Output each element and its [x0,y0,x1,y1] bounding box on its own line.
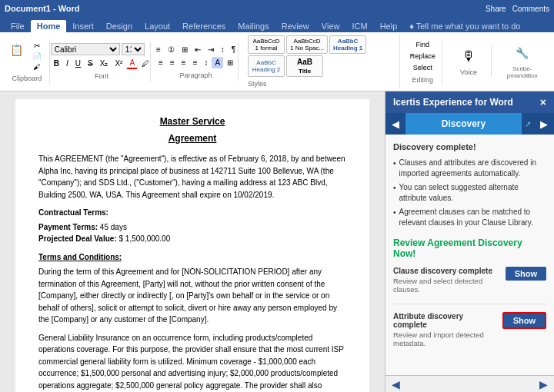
replace-button[interactable]: Replace [407,51,439,61]
panel-header-title: Icertis Experience for Word [393,97,513,108]
font-name-select[interactable]: Calibri [51,43,120,55]
panel-forward-button[interactable]: ▶ [534,118,554,130]
tab-design[interactable]: Design [100,20,138,32]
panel-back-button[interactable]: ◀ [385,118,405,130]
tab-home[interactable]: Home [31,20,67,32]
style-nospace-button[interactable]: AaBbCcD1 No Spac... [286,35,328,54]
tab-view[interactable]: View [315,20,346,32]
align-right-button[interactable]: ≡ [179,57,189,68]
doc-title: Master Service [38,115,346,128]
paragraph-group: ≡ ① ⊞ ⇤ ⇥ ↕ ¶ ≡ ≡ ≡ ≡ ↕ A ⊞ Paragraph [154,42,239,81]
clause-desc: Review and select detected clauses. [393,277,502,294]
align-center-button[interactable]: ≡ [167,57,178,68]
bullet-text-3: Agreement clauses can be matched to rele… [399,207,546,228]
strikethrough-button[interactable]: S [85,57,96,69]
increase-indent-button[interactable]: ⇥ [205,44,217,55]
tab-file[interactable]: File [5,20,31,32]
scribe-icon[interactable]: 🔧 [513,44,532,62]
multilevel-button[interactable]: ⊞ [179,44,191,55]
decrease-indent-button[interactable]: ⇤ [192,44,204,55]
tab-tell-me[interactable]: ♦ Tell me what you want to do [403,20,526,32]
clause-title: Clause discovery complete [393,267,502,275]
tab-insert[interactable]: Insert [66,20,100,32]
terms-para1: During the term of this Agreement and fo… [38,266,346,326]
cut-icon[interactable]: ✂ [28,41,46,50]
bullet-dot-3: • [393,208,396,228]
share-button[interactable]: Share [486,5,506,13]
bullets-button[interactable]: ≡ [153,44,164,55]
payment-value: 45 days [100,223,127,231]
tab-review[interactable]: Review [275,20,315,32]
tab-layout[interactable]: Layout [138,20,176,32]
tab-mailings[interactable]: Mailings [232,20,275,32]
paragraph-label: Paragraph [180,71,212,79]
line-spacing-button[interactable]: ↕ [201,57,211,68]
copy-icon[interactable]: 📄 [28,51,46,61]
ribbon-actions: Share Comments [486,5,549,13]
panel-header: Icertis Experience for Word × [385,91,554,113]
style-1formal-button[interactable]: AaBbCcD1 formal [248,35,285,54]
terms-title: Terms and Conditions: [38,251,346,264]
paste-icon[interactable]: 📋 [8,41,26,59]
dictate-icon[interactable]: 🎙 [459,47,478,65]
shading-button[interactable]: A [212,57,223,68]
bold-button[interactable]: B [51,57,62,69]
editing-group: Find Replace Select Editing [403,38,442,85]
panel-nav-discovery: Discovery [405,113,522,135]
payment-terms-row: Payment Terms: 45 days [38,221,346,234]
styles-group: AaBbCcD1 formal AaBbCcD1 No Spac... AaBb… [242,34,400,89]
panel-share-icon[interactable]: ↗ [522,120,534,128]
style-heading1-button[interactable]: AaBbCHeading 1 [329,35,366,54]
pilcrow-button[interactable]: ¶ [229,44,239,55]
tab-help[interactable]: Help [374,20,404,32]
attribute-row-action: Attribute discovery complete Review and … [393,312,546,351]
text-color-button[interactable]: A [126,57,138,69]
align-left-button[interactable]: ≡ [155,57,166,68]
panel-bullet-1: • Clauses and attributes are discovered … [393,158,546,179]
panel-bullet-3: • Agreement clauses can be matched to re… [393,207,546,228]
superscript-button[interactable]: X² [112,57,125,69]
bullet-dot-2: • [393,183,396,204]
italic-button[interactable]: I [63,57,72,69]
numbering-button[interactable]: ① [165,44,178,55]
panel-bullets: • Clauses and attributes are discovered … [393,158,546,228]
editing-icons: Find Replace Select [407,39,439,73]
scribe-label: Scribe-pmandiBox [501,65,543,79]
format-painter-icon[interactable]: 🖌 [28,62,46,71]
projected-deal-row: Projected Deal Value: $ 1,500,000.00 [38,233,346,245]
editing-label: Editing [412,76,434,84]
select-button[interactable]: Select [410,62,436,73]
sort-button[interactable]: ↕ [218,44,228,55]
panel-cta: Review Agreement Discovery Now! [393,238,546,259]
tab-icm[interactable]: ICM [345,20,373,32]
clipboard-icons: 📋 ✂ 📄 🖌 [8,41,46,71]
styles-label: Styles [248,80,393,88]
style-title-button[interactable]: AaBTitle [286,55,323,77]
comments-button[interactable]: Comments [512,5,549,13]
panel-close-icon[interactable]: × [540,96,546,108]
font-label: Font [95,72,108,80]
clause-show-button[interactable]: Show [506,267,546,281]
panel-bottom-right-button[interactable]: ▶ [539,378,548,390]
doc-body: This AGREEMENT (the "Agreement"), is eff… [38,153,346,392]
tabs-bar: File Home Insert Design Layout Reference… [0,17,554,32]
find-button[interactable]: Find [413,39,433,50]
tab-references[interactable]: References [176,20,232,32]
subscript-button[interactable]: X₂ [97,57,112,69]
justify-button[interactable]: ≡ [190,57,201,68]
bullet-dot-1: • [393,158,396,179]
doc-intro-text: This AGREEMENT (the "Agreement"), is eff… [38,154,345,199]
attribute-desc: Review and import detected metadata. [393,331,499,347]
voice-group: 🎙 Voice [446,45,492,78]
app-title: Document1 - Word [5,4,80,13]
panel-bottom-left-button[interactable]: ◀ [392,378,400,390]
highlight-button[interactable]: 🖊 [138,57,152,69]
style-heading2-button[interactable]: AaBbCHeading 2 [248,55,285,77]
underline-button[interactable]: U [72,57,84,69]
attribute-show-button[interactable]: Show [502,312,546,329]
terms-para2: General Liability Insurance on an occurr… [38,332,346,393]
borders-button[interactable]: ⊞ [224,57,236,68]
font-size-select[interactable]: 11 [122,43,145,55]
panel-nav: ◀ Discovery ↗ ▶ [385,113,554,135]
document-area[interactable]: Master Service Agreement This AGREEMENT … [0,91,385,392]
